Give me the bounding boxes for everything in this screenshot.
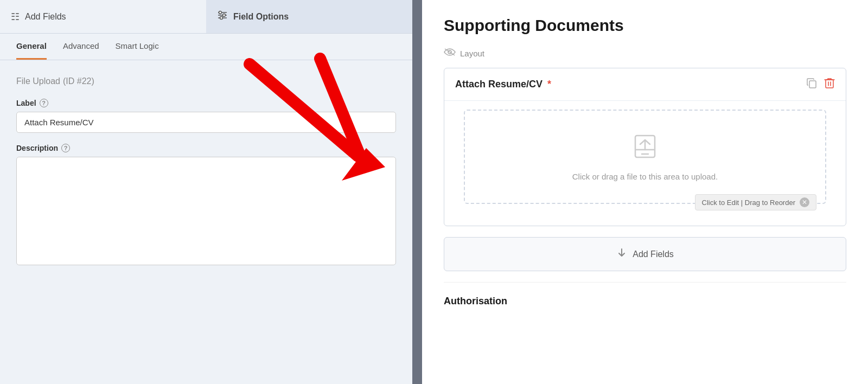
field-title: File Upload (ID #22) [16,75,396,87]
required-star: * [547,79,551,89]
layout-section: Layout Attach Resume/CV * [444,48,846,312]
badge-close-button[interactable]: ✕ [800,197,809,207]
svg-point-5 [220,17,223,20]
add-fields-down-icon [616,247,627,261]
upload-file-icon [631,132,659,165]
layout-text: Layout [460,49,484,58]
field-card-actions [806,77,835,92]
delete-icon[interactable] [824,77,835,92]
field-card-header: Attach Resume/CV * [444,68,846,101]
page-title: Supporting Documents [444,16,846,35]
label-field-label: Label ? [16,99,396,107]
top-tabs-bar: ☷ Add Fields Field Options [0,0,412,34]
auth-section-title: Authorisation [444,296,846,307]
tab-smart-logic[interactable]: Smart Logic [116,34,159,60]
field-options-label: Field Options [233,12,289,22]
field-card-title: Attach Resume/CV * [455,79,551,90]
svg-point-3 [219,11,222,14]
field-card-resume[interactable]: Attach Resume/CV * [444,68,846,226]
upload-area[interactable]: Click or drag a file to this area to upl… [464,110,826,204]
sub-tabs-bar: General Advanced Smart Logic [0,34,412,60]
description-textarea[interactable] [16,157,396,265]
add-fields-btn-label: Add Fields [633,249,674,259]
label-help-icon[interactable]: ? [40,99,48,107]
add-fields-button[interactable]: Add Fields [444,237,846,271]
add-fields-icon: ☷ [11,11,20,23]
click-to-edit-text: Click to Edit | Drag to Reorder [702,199,795,207]
field-options-content: File Upload (ID #22) Label ? Description… [0,60,412,384]
svg-rect-12 [826,80,833,88]
label-form-group: Label ? [16,99,396,133]
svg-rect-11 [809,81,816,88]
layout-icon [444,48,456,59]
svg-point-4 [223,14,226,17]
description-form-group: Description ? [16,144,396,267]
field-type-label: File Upload [16,76,60,86]
click-to-edit-badge[interactable]: Click to Edit | Drag to Reorder ✕ [695,194,816,210]
right-panel: Supporting Documents Layout Attach Resum… [422,0,868,384]
add-fields-label: Add Fields [25,12,66,22]
upload-text: Click or drag a file to this area to upl… [572,172,718,181]
field-id-label: (ID #22) [63,76,94,86]
description-help-icon[interactable]: ? [61,144,70,152]
panel-divider [412,0,422,384]
tab-advanced[interactable]: Advanced [63,34,99,60]
add-fields-tab[interactable]: ☷ Add Fields [0,0,206,33]
field-options-icon [217,10,228,23]
label-input[interactable] [16,112,396,133]
layout-label: Layout [444,48,846,59]
description-field-label: Description ? [16,144,396,152]
tab-general[interactable]: General [16,34,47,60]
field-options-tab[interactable]: Field Options [206,0,412,33]
duplicate-icon[interactable] [806,77,818,92]
